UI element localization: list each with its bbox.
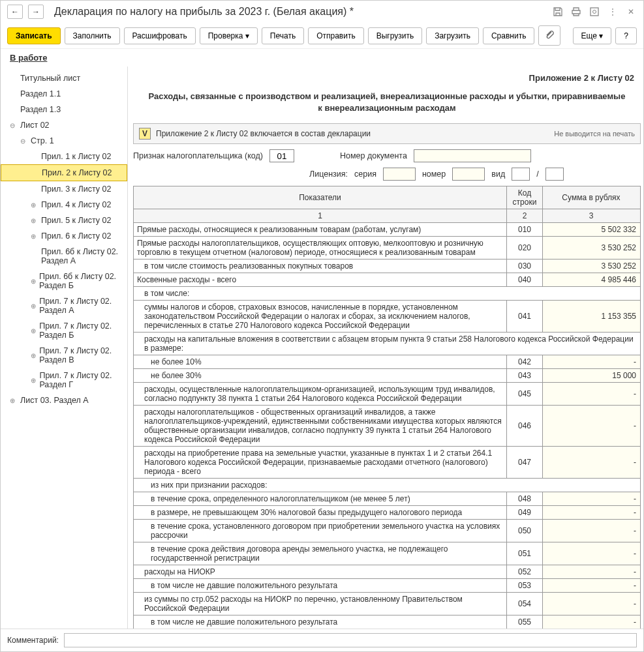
send-button[interactable]: Отправить (308, 27, 364, 44)
row-sum[interactable]: - (543, 492, 641, 506)
row-sum[interactable]: - (543, 542, 641, 565)
tree-item[interactable]: ⊕Прил. 5 к Листу 02 (1, 213, 127, 228)
download-button[interactable]: Загрузить (426, 27, 479, 44)
upload-button[interactable]: Выгрузить (368, 27, 423, 44)
close-icon[interactable]: ✕ (625, 6, 637, 18)
tree-item-selected[interactable]: Прил. 2 к Листу 02 (1, 164, 127, 181)
save-button[interactable]: Записать (7, 27, 61, 44)
save-icon[interactable] (552, 6, 564, 18)
row-code: 055 (507, 615, 543, 629)
decode-button[interactable]: Расшифровать (124, 27, 196, 44)
row-sum[interactable]: - (543, 447, 641, 479)
vid-input-2[interactable] (545, 168, 564, 181)
more-button[interactable]: Еще ▾ (573, 27, 612, 44)
row-sum[interactable]: - (543, 565, 641, 579)
doc-num-input[interactable] (414, 149, 531, 162)
chevron-down-icon: ▾ (245, 31, 249, 40)
status-label[interactable]: В работе (1, 49, 643, 67)
tree-item[interactable]: ⊕Прил. 7 к Листу 02. Раздел Г (1, 368, 127, 393)
row-sum[interactable]: - (543, 506, 641, 520)
comment-input[interactable] (64, 633, 637, 647)
taxpayer-label: Признак налогоплательщика (код) (133, 151, 263, 160)
include-checkbox[interactable]: V (139, 128, 151, 140)
row-label: Косвенные расходы - всего (134, 273, 507, 287)
tree-item[interactable]: Прил. 6б к Листу 02. Раздел А (1, 244, 127, 269)
expand-icon[interactable]: ⊕ (31, 201, 38, 209)
row-sum[interactable]: - (543, 593, 641, 615)
back-button[interactable]: ← (7, 5, 23, 19)
expand-icon[interactable]: ⊕ (31, 303, 37, 310)
expand-icon[interactable]: ⊕ (31, 327, 37, 334)
row-sum[interactable]: 15 000 (543, 369, 641, 383)
print-icon[interactable] (570, 6, 582, 18)
row-sum[interactable]: - (543, 579, 641, 593)
row-sum[interactable]: - (543, 406, 641, 447)
row-sum[interactable]: 3 530 252 (543, 259, 641, 273)
row-label: не более 10% (134, 355, 507, 369)
tree-item[interactable]: Прил. 3 к Листу 02 (1, 181, 127, 197)
row-label: расходы на капитальные вложения в соотве… (134, 333, 641, 355)
table-row: в течение срока, определенного налогопла… (134, 492, 641, 506)
tree-item[interactable]: ⊕Прил. 6б к Листу 02. Раздел Б (1, 269, 127, 293)
table-row: расходы, осуществленные налогоплательщик… (134, 383, 641, 406)
tree-item[interactable]: ⊕Прил. 6 к Листу 02 (1, 228, 127, 244)
tree-item[interactable]: ⊕Прил. 7 к Листу 02. Раздел В (1, 343, 127, 368)
forward-button[interactable]: → (28, 5, 44, 19)
row-sum[interactable]: - (543, 615, 641, 629)
row-sum[interactable]: 5 502 332 (543, 223, 641, 237)
tree-item[interactable]: Титульный лист (1, 70, 127, 86)
preview-icon[interactable] (589, 6, 600, 18)
tree-item[interactable]: ⊕Прил. 7 к Листу 02. Раздел Б (1, 318, 127, 343)
doc-num-label: Номер документа (340, 151, 407, 160)
expand-icon[interactable]: ⊕ (10, 397, 18, 404)
fill-button[interactable]: Заполнить (65, 27, 120, 44)
content-area[interactable]: Приложение 2 к Листу 02 Расходы, связанн… (128, 67, 643, 629)
row-sum[interactable]: 3 530 252 (543, 237, 641, 259)
print-button[interactable]: Печать (262, 27, 304, 44)
tree-item[interactable]: ⊕Прил. 7 к Листу 02. Раздел А (1, 293, 127, 318)
include-text: Приложение 2 к Листу 02 включается в сос… (156, 129, 371, 138)
tree-item[interactable]: ⊕Прил. 4 к Листу 02 (1, 197, 127, 213)
expand-icon[interactable]: ⊕ (31, 377, 37, 384)
row-code: 046 (507, 406, 543, 447)
row-label: в том числе: (134, 287, 641, 301)
number-input[interactable] (452, 168, 485, 181)
table-row: из них при признании расходов: (134, 479, 641, 492)
expand-icon[interactable]: ⊕ (31, 352, 37, 359)
series-input[interactable] (383, 168, 416, 181)
help-button[interactable]: ? (615, 27, 637, 44)
expand-icon[interactable]: ⊕ (31, 217, 38, 224)
svg-point-1 (593, 10, 596, 14)
row-label: Прямые расходы налогоплательщиков, осуще… (134, 237, 507, 259)
table-row: в том числе не давшие положительного рез… (134, 579, 641, 593)
check-button[interactable]: Проверка ▾ (200, 27, 258, 44)
row-code: 050 (507, 520, 543, 542)
row-label: расходы на НИОКР (134, 565, 507, 579)
tree-item[interactable]: Раздел 1.3 (1, 102, 127, 117)
row-sum[interactable]: 4 985 446 (543, 273, 641, 287)
row-sum[interactable]: - (543, 520, 641, 542)
collapse-icon[interactable]: ⊖ (20, 138, 28, 145)
menu-icon[interactable]: ⋮ (607, 6, 619, 18)
tree-item[interactable]: Прил. 1 к Листу 02 (1, 149, 127, 164)
row-sum[interactable]: 1 153 355 (543, 301, 641, 333)
row-sum[interactable]: - (543, 383, 641, 406)
tree-item[interactable]: ⊖Стр. 1 (1, 133, 127, 149)
data-table: Показатели Код строки Сумма в рублях 1 2… (133, 186, 641, 629)
attach-button[interactable] (538, 25, 560, 46)
tree-item[interactable]: ⊖Лист 02 (1, 117, 127, 133)
collapse-icon[interactable]: ⊖ (10, 122, 18, 129)
compare-button[interactable]: Сравнить (483, 27, 534, 44)
row-sum[interactable]: - (543, 355, 641, 369)
row-label: не более 30% (134, 369, 507, 383)
row-code: 048 (507, 492, 543, 506)
row-label: в течение срока, определенного налогопла… (134, 492, 507, 506)
expand-icon[interactable]: ⊕ (31, 278, 37, 285)
table-row: Прямые расходы налогоплательщиков, осуще… (134, 237, 641, 259)
tree-item[interactable]: Раздел 1.1 (1, 86, 127, 102)
vid-input-1[interactable] (512, 168, 530, 181)
taxpayer-code-input[interactable] (269, 149, 294, 162)
row-label: в том числе не давшие положительного рез… (134, 579, 507, 593)
tree-item[interactable]: ⊕Лист 03. Раздел А (1, 393, 127, 408)
expand-icon[interactable]: ⊕ (31, 233, 38, 240)
